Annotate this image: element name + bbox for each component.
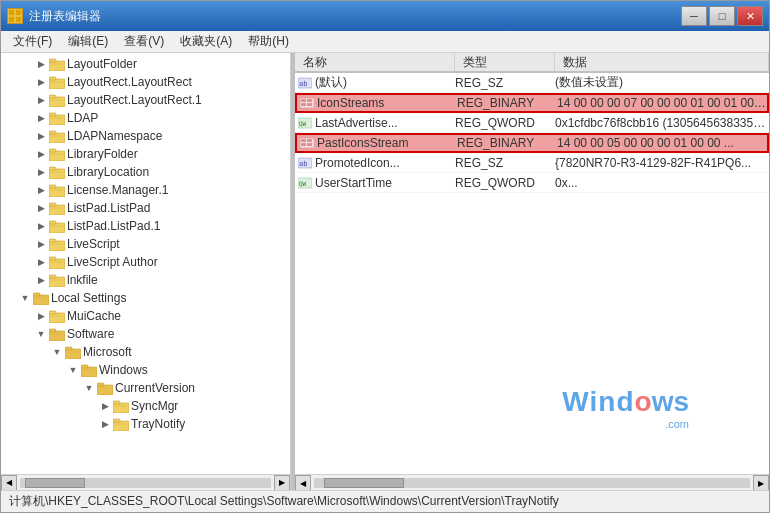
folder-icon [97, 381, 113, 395]
svg-text:QW: QW [299, 120, 307, 127]
col-header-name[interactable]: 名称 [295, 53, 455, 71]
svg-rect-22 [49, 169, 65, 179]
tree-item[interactable]: ▶ License.Manager.1 [1, 181, 290, 199]
hscroll-left-btn[interactable]: ◀ [1, 475, 17, 491]
expand-icon[interactable]: ▶ [33, 146, 49, 162]
expand-icon[interactable]: ▶ [33, 182, 49, 198]
right-hscroll-thumb[interactable] [324, 478, 404, 488]
svg-rect-64 [113, 421, 129, 431]
tree-label: lnkfile [67, 273, 98, 287]
registry-row[interactable]: QW LastAdvertise... REG_QWORD 0x1cfdbc76… [295, 113, 769, 133]
tree-item[interactable]: ▶ LDAP [1, 109, 290, 127]
expand-icon[interactable]: ▶ [33, 200, 49, 216]
window-icon [7, 8, 23, 24]
expand-icon[interactable]: ▶ [33, 56, 49, 72]
tree-item[interactable]: ▶ ListPad.ListPad.1 [1, 217, 290, 235]
col-header-data[interactable]: 数据 [555, 53, 769, 71]
menu-help[interactable]: 帮助(H) [240, 31, 297, 52]
reg-type: REG_BINARY [457, 96, 557, 110]
menu-edit[interactable]: 编辑(E) [60, 31, 116, 52]
svg-rect-62 [113, 401, 120, 404]
svg-rect-49 [49, 331, 65, 341]
svg-rect-52 [65, 349, 81, 359]
svg-rect-34 [49, 241, 65, 251]
tree-item[interactable]: ▶ SyncMgr [1, 397, 290, 415]
tree-item[interactable]: ▶ LayoutFolder [1, 55, 290, 73]
maximize-button[interactable]: □ [709, 6, 735, 26]
right-hscroll[interactable]: ◀ ▶ [295, 474, 769, 490]
tree-item[interactable]: ▼ Software [1, 325, 290, 343]
tree-item[interactable]: ▶ LDAPNamespace [1, 127, 290, 145]
right-hscroll-track [314, 478, 750, 488]
expand-icon[interactable]: ▶ [33, 218, 49, 234]
tree-item[interactable]: ▶ LibraryFolder [1, 145, 290, 163]
tree-item[interactable]: ▶ LiveScript [1, 235, 290, 253]
expand-icon[interactable]: ▶ [33, 110, 49, 126]
tree-label: LiveScript [67, 237, 120, 251]
menu-file[interactable]: 文件(F) [5, 31, 60, 52]
expand-icon[interactable]: ▶ [33, 308, 49, 324]
tree-item[interactable]: ▶ LayoutRect.LayoutRect.1 [1, 91, 290, 109]
col-header-type[interactable]: 类型 [455, 53, 555, 71]
right-hscroll-left-btn[interactable]: ◀ [295, 475, 311, 490]
svg-rect-37 [49, 259, 65, 269]
tree-label: Software [67, 327, 114, 341]
folder-icon [49, 309, 65, 323]
tree-item[interactable]: ▶ TrayNotify [1, 415, 290, 433]
hscroll-thumb[interactable] [25, 478, 85, 488]
svg-rect-0 [9, 10, 14, 15]
expand-icon[interactable]: ▼ [17, 290, 33, 306]
reg-type-icon: ab [295, 156, 315, 170]
expand-icon[interactable]: ▶ [33, 92, 49, 108]
svg-text:ab: ab [299, 80, 307, 88]
tree-item[interactable]: ▼ Local Settings [1, 289, 290, 307]
hscroll-right-btn[interactable]: ▶ [274, 475, 290, 491]
expand-icon[interactable]: ▶ [33, 236, 49, 252]
folder-icon [49, 75, 65, 89]
expand-icon[interactable]: ▶ [33, 74, 49, 90]
tree-label: LDAPNamespace [67, 129, 162, 143]
tree-item[interactable]: ▶ lnkfile [1, 271, 290, 289]
expand-icon[interactable]: ▶ [33, 272, 49, 288]
expand-icon[interactable]: ▶ [33, 164, 49, 180]
menu-view[interactable]: 查看(V) [116, 31, 172, 52]
title-buttons: ─ □ ✕ [681, 6, 763, 26]
expand-icon[interactable]: ▼ [81, 380, 97, 396]
tree-label: LayoutRect.LayoutRect.1 [67, 93, 202, 107]
right-pane: 名称 类型 数据 ab (默认) REG_SZ (数值未设置) IconStre… [295, 53, 769, 490]
minimize-button[interactable]: ─ [681, 6, 707, 26]
registry-row[interactable]: ab PromotedIcon... REG_SZ {7820NR70-R3-4… [295, 153, 769, 173]
tree-item[interactable]: ▶ LayoutRect.LayoutRect [1, 73, 290, 91]
tree-item[interactable]: ▶ LiveScript Author [1, 253, 290, 271]
reg-type: REG_SZ [455, 76, 555, 90]
expand-icon[interactable]: ▶ [33, 128, 49, 144]
expand-icon[interactable]: ▶ [33, 254, 49, 270]
tree-item[interactable]: ▼ Microsoft [1, 343, 290, 361]
tree-item[interactable]: ▼ CurrentVersion [1, 379, 290, 397]
tree-item[interactable]: ▶ ListPad.ListPad [1, 199, 290, 217]
close-button[interactable]: ✕ [737, 6, 763, 26]
expand-icon[interactable]: ▶ [97, 398, 113, 414]
right-hscroll-right-btn[interactable]: ▶ [753, 475, 769, 490]
expand-icon[interactable]: ▼ [33, 326, 49, 342]
registry-row[interactable]: IconStreams REG_BINARY 14 00 00 00 07 00… [295, 93, 769, 113]
expand-icon[interactable]: ▼ [49, 344, 65, 360]
tree-view[interactable]: ▶ LayoutFolder▶ LayoutRect.LayoutRect▶ L… [1, 53, 290, 474]
registry-row[interactable]: PastIconsStream REG_BINARY 14 00 00 05 0… [295, 133, 769, 153]
folder-icon [49, 183, 65, 197]
expand-icon[interactable]: ▼ [65, 362, 81, 378]
registry-row[interactable]: QW UserStartTime REG_QWORD 0x... [295, 173, 769, 193]
reg-type-icon: QW [295, 176, 315, 190]
svg-rect-53 [65, 347, 72, 350]
registry-entries[interactable]: ab (默认) REG_SZ (数值未设置) IconStreams REG_B… [295, 73, 769, 474]
tree-item[interactable]: ▼ Windows [1, 361, 290, 379]
svg-rect-7 [49, 79, 65, 89]
menu-favorites[interactable]: 收藏夹(A) [172, 31, 240, 52]
svg-rect-71 [307, 99, 312, 102]
svg-rect-19 [49, 151, 65, 161]
left-hscroll[interactable]: ◀ ▶ [1, 474, 290, 490]
tree-item[interactable]: ▶ LibraryLocation [1, 163, 290, 181]
expand-icon[interactable]: ▶ [97, 416, 113, 432]
tree-item[interactable]: ▶ MuiCache [1, 307, 290, 325]
registry-row[interactable]: ab (默认) REG_SZ (数值未设置) [295, 73, 769, 93]
